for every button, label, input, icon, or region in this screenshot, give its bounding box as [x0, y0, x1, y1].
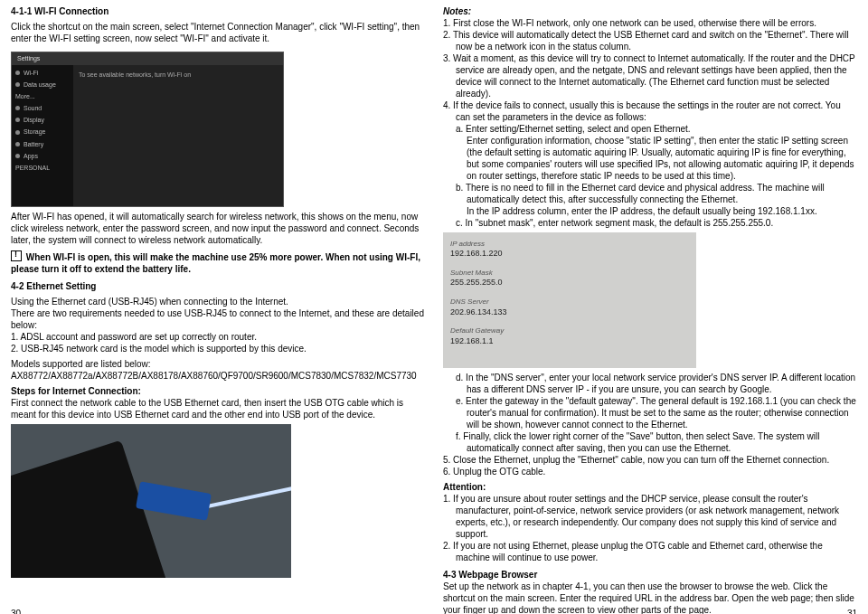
- note-4c: c. In "subnet mask", enter network segme…: [443, 217, 857, 229]
- ethernet-req-1: 1. ADSL account and password are set up …: [11, 331, 425, 343]
- settings-main: To see available networks, turn Wi-Fi on: [73, 65, 283, 206]
- battery-icon: [15, 142, 20, 146]
- page-right: Notes: 1. First close the WI-FI network,…: [443, 5, 857, 614]
- note-2: 2. This device will automatically detect…: [443, 29, 857, 52]
- note-4: 4. If the device fails to connect, usual…: [443, 99, 857, 123]
- wifi-after-open: After WI-FI has opened, it will automati…: [11, 211, 425, 246]
- ip-settings-screenshot: IP address192.168.1.220 Subnet Mask255.2…: [443, 232, 696, 368]
- note-4b: b. There is no need to fill in the Ether…: [443, 182, 857, 205]
- wifi-power-warning: When WI-FI is open, this will make the m…: [11, 252, 420, 274]
- wifi-intro: Click the shortcut on the main screen, s…: [11, 21, 425, 44]
- note-4b-cont: In the IP address column, enter the IP a…: [443, 205, 857, 217]
- note-4e: e. Enter the gateway in the "default gat…: [443, 395, 857, 430]
- page-number-right: 31: [847, 608, 857, 614]
- models-heading: Models supported are listed below:: [11, 358, 425, 370]
- otg-cable-photo: [11, 424, 291, 578]
- note-4d: d. In the "DNS server", enter your local…: [443, 372, 857, 395]
- note-6: 6. Unplug the OTG cable.: [443, 466, 857, 477]
- note-4a: a. Enter setting/Ethernet setting, selec…: [443, 123, 857, 135]
- sound-icon: [15, 106, 20, 110]
- steps-title: Steps for Internet Connection:: [11, 386, 141, 396]
- data-icon: [15, 82, 20, 87]
- steps-text: First connect the network cable to the U…: [11, 397, 425, 420]
- apps-icon: [15, 154, 20, 158]
- note-3: 3. Wait a moment, as this device will tr…: [443, 52, 857, 99]
- models-list: AX88772/AX88772a/AX88772B/AX88178/AX8876…: [11, 370, 425, 382]
- section-4-2-title: 4-2 Ethernet Setting: [11, 281, 96, 291]
- note-1: 1. First close the WI-FI network, only o…: [443, 17, 857, 29]
- wifi-icon: [15, 71, 20, 75]
- section-4-3-title: 4-3 Webpage Browser: [443, 570, 537, 580]
- attention-1: 1. If you are unsure about router settin…: [443, 493, 857, 540]
- ethernet-p1: Using the Ethernet card (USB-RJ45) when …: [11, 296, 425, 307]
- attention-2: 2. If you are not using Ethernet, please…: [443, 540, 857, 563]
- attention-title: Attention:: [443, 482, 486, 492]
- warning-icon: [11, 250, 22, 261]
- browser-text: Set up the network as in chapter 4-1, yo…: [443, 581, 857, 614]
- page-number-left: 30: [11, 608, 21, 614]
- notes-title: Notes:: [443, 6, 471, 16]
- section-4-1-1-title: 4-1-1 WI-FI Connection: [11, 6, 108, 16]
- display-icon: [15, 118, 20, 122]
- note-4f: f. Finally, click the lower right corner…: [443, 430, 857, 454]
- ethernet-req-2: 2. USB-RJ45 network card is the model wh…: [11, 343, 425, 354]
- note-4a-cont: Enter configuration information, choose …: [443, 135, 857, 182]
- page-left: 4-1-1 WI-FI Connection Click the shortcu…: [11, 5, 425, 614]
- settings-titlebar: Settings: [12, 52, 283, 65]
- ethernet-p2: There are two requirements needed to use…: [11, 307, 425, 331]
- note-5: 5. Close the Ethernet, unplug the "Ether…: [443, 454, 857, 466]
- settings-screenshot: Settings Wi-Fi Data usage More... Sound …: [11, 48, 282, 211]
- storage-icon: [15, 130, 20, 135]
